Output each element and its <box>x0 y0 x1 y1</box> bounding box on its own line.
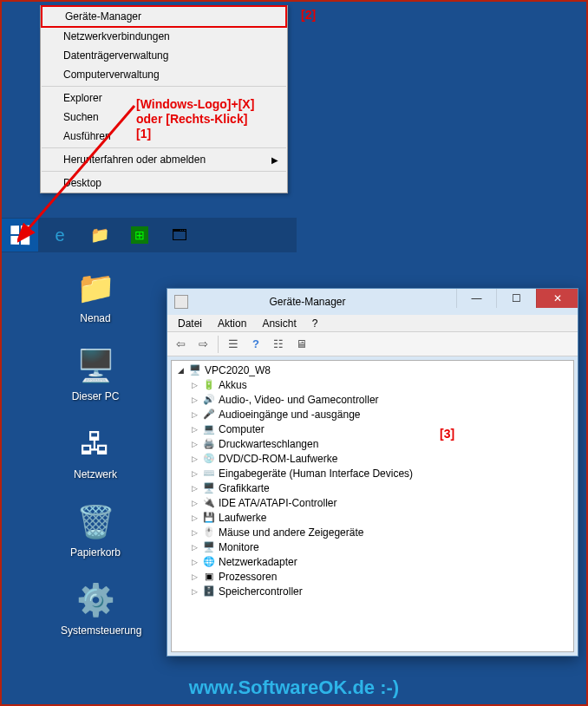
systemsteuerung-icon: ⚙️ <box>75 579 116 621</box>
tree-root-label: VPC2020_W8 <box>205 364 271 376</box>
desktop-icon-label: Netzwerk <box>61 468 130 480</box>
tree-expand-icon[interactable]: ▷ <box>189 499 199 507</box>
tree-expand-icon[interactable]: ▷ <box>189 558 199 566</box>
tree-expand-icon[interactable]: ▷ <box>189 543 199 552</box>
menu-item-datentr-gerverwaltung[interactable]: Datenträgerverwaltung <box>41 46 287 65</box>
tree-node[interactable]: ▷🌐Netzwerkadapter <box>172 554 573 569</box>
tree-node[interactable]: ▷💿DVD/CD-ROM-Laufwerke <box>172 451 573 466</box>
device-category-icon: 🎤 <box>202 409 216 421</box>
netzwerk-icon: 🖧 <box>75 423 116 465</box>
tree-node[interactable]: ▷🎤Audioeingänge und -ausgänge <box>172 407 573 422</box>
menu-separator <box>42 171 286 172</box>
menu-item-ger-te-manager[interactable]: Geräte-Manager <box>41 5 287 28</box>
back-button[interactable]: ⇦ <box>171 335 190 354</box>
tree-node[interactable]: ▷💻Computer <box>172 422 573 436</box>
tree-node[interactable]: ▷🔊Audio-, Video- und Gamecontroller <box>172 392 573 407</box>
tree-expand-icon[interactable]: ▷ <box>189 381 199 389</box>
menu-item-netzwerkverbindungen[interactable]: Netzwerkverbindungen <box>41 27 287 46</box>
tree-expand-icon[interactable]: ▷ <box>189 425 199 434</box>
taskbar-explorer[interactable]: 📁 <box>82 219 118 252</box>
computer-icon: 🖥️ <box>188 364 202 376</box>
device-category-icon: 🖥️ <box>202 482 216 494</box>
tree-root[interactable]: ◢🖥️VPC2020_W8 <box>172 363 573 377</box>
taskbar: e 📁 ⊞ 🗔 <box>2 218 297 252</box>
device-category-icon: ▣ <box>202 571 216 583</box>
tree-node-label: Eingabegeräte (Human Interface Devices) <box>219 467 413 480</box>
view-button[interactable]: ☷ <box>269 335 288 354</box>
nenad-icon: 📁 <box>75 267 116 309</box>
tree-toggle-icon[interactable]: ◢ <box>175 366 186 375</box>
menu-item-computerverwaltung[interactable]: Computerverwaltung <box>41 65 287 84</box>
tree-node-label: Audio-, Video- und Gamecontroller <box>219 394 379 406</box>
tree-expand-icon[interactable]: ▷ <box>189 469 199 478</box>
toolbar-separator <box>218 336 219 353</box>
dieser-pc-icon: 🖥️ <box>75 345 116 387</box>
submenu-arrow-icon: ▶ <box>271 155 278 165</box>
menu-datei[interactable]: Datei <box>171 316 209 331</box>
tree-node[interactable]: ▷🖱️Mäuse und andere Zeigegeräte <box>172 525 573 539</box>
menu-[interactable]: ? <box>305 316 325 331</box>
device-category-icon: 🔌 <box>202 497 216 509</box>
desktop-icon-label: Papierkorb <box>61 546 130 559</box>
tree-node[interactable]: ▷🖥️Grafikkarte <box>172 480 573 495</box>
start-button[interactable] <box>2 219 38 252</box>
tree-node[interactable]: ▷⌨️Eingabegeräte (Human Interface Device… <box>172 466 573 480</box>
menu-aktion[interactable]: Aktion <box>211 316 253 331</box>
device-category-icon: 💻 <box>202 423 216 435</box>
tree-node[interactable]: ▷🔋Akkus <box>172 377 573 392</box>
annotation-1: [Windows-Logo]+[X] oder [Rechts-Klick] [… <box>136 97 254 141</box>
taskbar-store[interactable]: ⊞ <box>121 219 158 252</box>
desktop-icon-systemsteuerung[interactable]: ⚙️Systemsteuerung <box>61 579 130 637</box>
tree-expand-icon[interactable]: ▷ <box>189 410 199 419</box>
maximize-button[interactable]: ☐ <box>496 289 536 308</box>
device-category-icon: 🌐 <box>202 556 216 568</box>
titlebar[interactable]: Geräte-Manager — ☐ ✕ <box>167 289 578 315</box>
window-icon <box>174 295 188 309</box>
tree-expand-icon[interactable]: ▷ <box>189 587 199 596</box>
taskbar-ie[interactable]: e <box>42 219 78 252</box>
app-icon: 🗔 <box>172 226 187 245</box>
tree-expand-icon[interactable]: ▷ <box>189 572 199 581</box>
menu-ansicht[interactable]: Ansicht <box>255 316 303 331</box>
tree-expand-icon[interactable]: ▷ <box>189 513 199 522</box>
store-icon: ⊞ <box>131 226 148 244</box>
device-category-icon: 🔋 <box>202 379 216 391</box>
tree-node[interactable]: ▷🔌IDE ATA/ATAPI-Controller <box>172 495 573 510</box>
annotation-2: [2] <box>301 8 316 23</box>
forward-button[interactable]: ⇨ <box>193 335 212 354</box>
tree-expand-icon[interactable]: ▷ <box>189 454 199 463</box>
device-category-icon: 🔊 <box>202 394 216 406</box>
tree-node[interactable]: ▷🖨️Druckwarteschlangen <box>172 436 573 451</box>
menubar: DateiAktionAnsicht? <box>167 315 578 332</box>
footer-url: www.SoftwareOK.de :-) <box>2 677 586 699</box>
help-button[interactable]: ? <box>246 335 265 354</box>
tree-node-label: Mäuse und andere Zeigegeräte <box>219 526 363 539</box>
tree-node[interactable]: ▷🖥️Monitore <box>172 539 573 554</box>
tree-expand-icon[interactable]: ▷ <box>189 395 199 404</box>
tree-node[interactable]: ▷💾Laufwerke <box>172 510 573 525</box>
menu-item-herunterfahren-oder-abmelden[interactable]: Herunterfahren oder abmelden▶ <box>41 150 287 169</box>
tree-node-label: Computer <box>219 423 265 435</box>
menu-item-desktop[interactable]: Desktop <box>41 173 287 193</box>
desktop-icon-papierkorb[interactable]: 🗑️Papierkorb <box>61 501 130 559</box>
tree-expand-icon[interactable]: ▷ <box>189 440 199 448</box>
tree-expand-icon[interactable]: ▷ <box>189 528 199 537</box>
tree-node-label: Akkus <box>219 379 247 391</box>
tree-node-label: IDE ATA/ATAPI-Controller <box>219 497 336 509</box>
tree-node[interactable]: ▷🗄️Speichercontroller <box>172 584 573 598</box>
properties-button[interactable]: ☰ <box>224 335 243 354</box>
close-button[interactable]: ✕ <box>536 289 578 308</box>
minimize-button[interactable]: — <box>456 289 496 308</box>
taskbar-app[interactable]: 🗔 <box>161 219 198 252</box>
tree-node-label: DVD/CD-ROM-Laufwerke <box>219 453 337 465</box>
scan-button[interactable]: 🖥 <box>291 335 310 354</box>
tree-node-label: Speichercontroller <box>219 585 303 598</box>
annotation-1-line3: [1] <box>136 127 254 141</box>
desktop-icon-netzwerk[interactable]: 🖧Netzwerk <box>61 423 130 480</box>
desktop-icon-nenad[interactable]: 📁Nenad <box>61 267 130 324</box>
device-tree[interactable]: ◢🖥️VPC2020_W8▷🔋Akkus▷🔊Audio-, Video- und… <box>171 360 574 652</box>
tree-node[interactable]: ▷▣Prozessoren <box>172 569 573 584</box>
device-manager-window: Geräte-Manager — ☐ ✕ DateiAktionAnsicht?… <box>167 288 578 657</box>
tree-expand-icon[interactable]: ▷ <box>189 484 199 493</box>
desktop-icon-dieser-pc[interactable]: 🖥️Dieser PC <box>61 345 130 402</box>
